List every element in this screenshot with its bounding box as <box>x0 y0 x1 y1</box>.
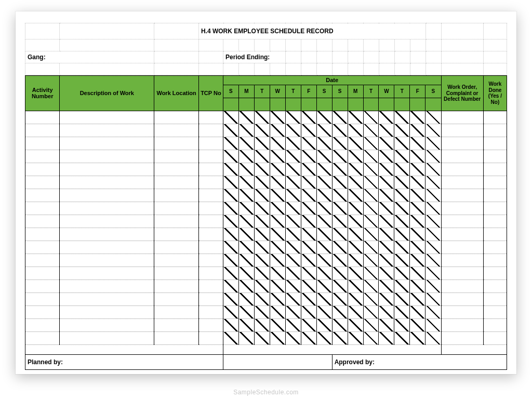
data-cell[interactable] <box>154 318 199 331</box>
data-cell[interactable] <box>198 189 223 202</box>
data-cell[interactable] <box>441 111 483 124</box>
day-cell[interactable] <box>425 241 441 254</box>
day-cell[interactable] <box>363 111 379 124</box>
day-cell[interactable] <box>332 254 348 267</box>
day-cell[interactable] <box>285 137 301 150</box>
day-cell[interactable] <box>394 202 410 215</box>
day-cell[interactable] <box>348 318 363 331</box>
data-cell[interactable] <box>154 267 199 280</box>
data-cell[interactable] <box>25 254 60 267</box>
data-cell[interactable] <box>198 137 223 150</box>
day-cell[interactable] <box>332 111 348 124</box>
data-cell[interactable] <box>60 176 154 189</box>
data-cell[interactable] <box>60 241 154 254</box>
day-cell[interactable] <box>301 318 316 331</box>
day-cell[interactable] <box>254 254 270 267</box>
data-cell[interactable] <box>154 150 199 163</box>
data-cell[interactable] <box>198 111 223 124</box>
day-cell[interactable] <box>301 228 316 241</box>
day-cell[interactable] <box>223 305 238 318</box>
day-cell[interactable] <box>425 137 441 150</box>
data-cell[interactable] <box>154 331 199 344</box>
day-cell[interactable] <box>363 137 379 150</box>
day-cell[interactable] <box>223 228 238 241</box>
data-cell[interactable] <box>441 202 483 215</box>
data-cell[interactable] <box>154 280 199 292</box>
day-cell[interactable] <box>285 150 301 163</box>
data-cell[interactable] <box>441 267 483 280</box>
day-cell[interactable] <box>394 241 410 254</box>
day-cell[interactable] <box>238 163 254 176</box>
day-cell[interactable] <box>270 280 285 292</box>
day-cell[interactable] <box>254 280 270 292</box>
data-cell[interactable] <box>483 202 507 215</box>
day-cell[interactable] <box>254 331 270 344</box>
data-cell[interactable] <box>25 241 60 254</box>
data-cell[interactable] <box>483 318 507 331</box>
day-cell[interactable] <box>363 228 379 241</box>
day-cell[interactable] <box>332 228 348 241</box>
data-cell[interactable] <box>154 137 199 150</box>
data-cell[interactable] <box>198 241 223 254</box>
day-cell[interactable] <box>425 305 441 318</box>
day-cell[interactable] <box>410 189 425 202</box>
day-cell[interactable] <box>316 318 332 331</box>
data-cell[interactable] <box>154 163 199 176</box>
day-cell[interactable] <box>301 150 316 163</box>
data-cell[interactable] <box>483 124 507 137</box>
day-cell[interactable] <box>379 331 394 344</box>
day-cell[interactable] <box>379 202 394 215</box>
data-cell[interactable] <box>441 280 483 292</box>
day-cell[interactable] <box>379 254 394 267</box>
day-cell[interactable] <box>363 124 379 137</box>
data-cell[interactable] <box>198 254 223 267</box>
day-cell[interactable] <box>301 267 316 280</box>
data-cell[interactable] <box>483 254 507 267</box>
day-cell[interactable] <box>223 163 238 176</box>
day-cell[interactable] <box>316 292 332 305</box>
day-cell[interactable] <box>379 241 394 254</box>
day-cell[interactable] <box>223 318 238 331</box>
data-cell[interactable] <box>441 228 483 241</box>
day-cell[interactable] <box>270 111 285 124</box>
data-cell[interactable] <box>60 267 154 280</box>
data-cell[interactable] <box>441 150 483 163</box>
day-cell[interactable] <box>223 176 238 189</box>
day-cell[interactable] <box>270 228 285 241</box>
day-cell[interactable] <box>316 228 332 241</box>
day-cell[interactable] <box>254 241 270 254</box>
day-cell[interactable] <box>348 202 363 215</box>
data-cell[interactable] <box>60 292 154 305</box>
day-cell[interactable] <box>379 176 394 189</box>
day-cell[interactable] <box>379 163 394 176</box>
day-cell[interactable] <box>238 305 254 318</box>
day-cell[interactable] <box>348 292 363 305</box>
day-cell[interactable] <box>254 189 270 202</box>
day-cell[interactable] <box>301 292 316 305</box>
day-cell[interactable] <box>285 202 301 215</box>
day-cell[interactable] <box>238 202 254 215</box>
day-cell[interactable] <box>270 189 285 202</box>
day-cell[interactable] <box>238 318 254 331</box>
data-cell[interactable] <box>441 215 483 228</box>
day-cell[interactable] <box>363 241 379 254</box>
day-cell[interactable] <box>425 163 441 176</box>
data-cell[interactable] <box>483 111 507 124</box>
day-cell[interactable] <box>332 292 348 305</box>
data-cell[interactable] <box>25 215 60 228</box>
day-cell[interactable] <box>223 202 238 215</box>
data-cell[interactable] <box>25 137 60 150</box>
day-cell[interactable] <box>223 267 238 280</box>
day-cell[interactable] <box>425 228 441 241</box>
day-cell[interactable] <box>285 124 301 137</box>
day-cell[interactable] <box>285 254 301 267</box>
day-cell[interactable] <box>363 176 379 189</box>
day-cell[interactable] <box>379 280 394 292</box>
data-cell[interactable] <box>60 318 154 331</box>
data-cell[interactable] <box>60 124 154 137</box>
day-cell[interactable] <box>363 267 379 280</box>
data-cell[interactable] <box>154 176 199 189</box>
data-cell[interactable] <box>483 163 507 176</box>
data-cell[interactable] <box>25 163 60 176</box>
day-cell[interactable] <box>348 254 363 267</box>
